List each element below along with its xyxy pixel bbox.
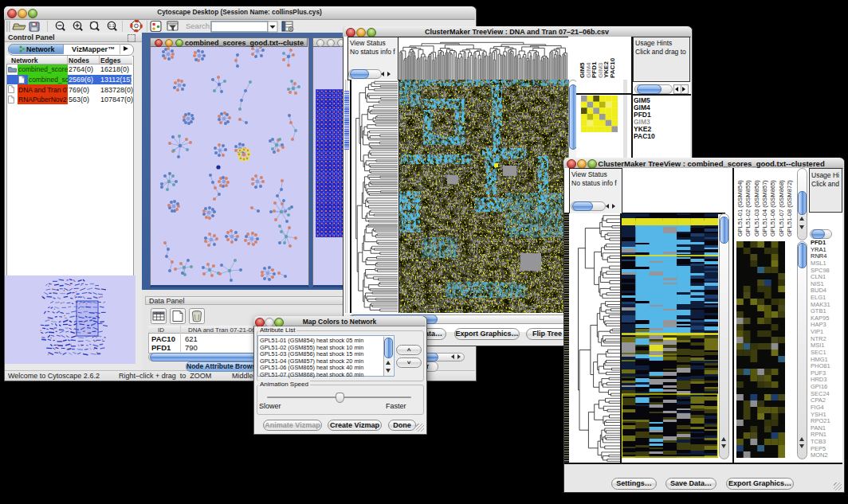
svg-text:GPL51-04 (GSM857): GPL51-04 (GSM857) <box>761 180 768 236</box>
svg-text:1:1: 1:1 <box>109 23 115 28</box>
svg-text:Search:: Search: <box>186 21 212 30</box>
svg-text:PAC10: PAC10 <box>609 57 616 78</box>
svg-text:GPL51-01 (GSM854): GPL51-01 (GSM854) <box>736 180 744 236</box>
svg-text:GPL51-06 (GSM865): GPL51-06 (GSM865) <box>769 180 776 236</box>
svg-text:GPL51-03 (GSM856): GPL51-03 (GSM856) <box>753 180 760 236</box>
svg-text:GPL51-08 (GSM872): GPL51-08 (GSM872) <box>786 180 793 236</box>
svg-text:GPL51-07 (GSM868): GPL51-07 (GSM868) <box>778 180 785 236</box>
svg-text:GPL51-02 (GSM855): GPL51-02 (GSM855) <box>744 180 752 236</box>
